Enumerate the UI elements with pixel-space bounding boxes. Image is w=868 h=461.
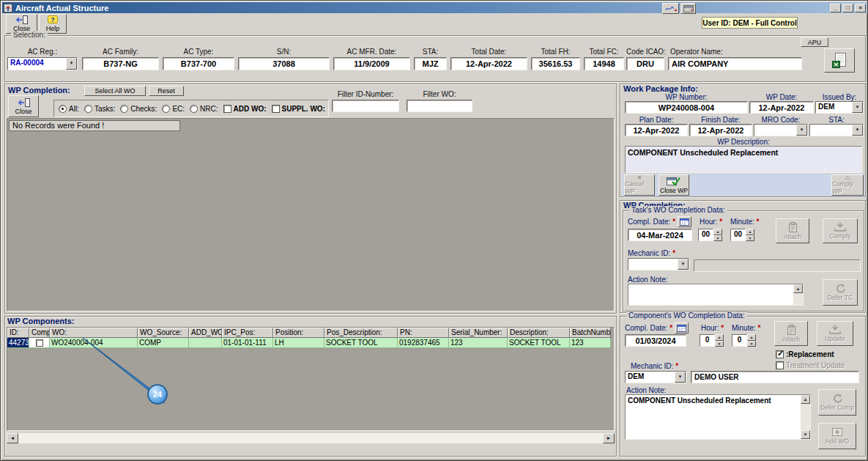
cancel-wp-button[interactable]: Cancel WP	[624, 174, 655, 196]
comp-hour-down-icon[interactable]	[715, 341, 724, 347]
comp-action-note-input[interactable]: COMPONENT Unscheduled Replacement	[626, 395, 801, 439]
cell-id[interactable]: 44273	[7, 338, 29, 348]
task-attach-button[interactable]: Attach	[776, 218, 809, 243]
task-calendar-button[interactable]	[678, 216, 691, 227]
chevron-down-icon[interactable]	[66, 58, 77, 70]
select-all-wo-button[interactable]: Select All WO	[84, 86, 146, 96]
cell-wo[interactable]: WO240004-004	[50, 338, 138, 348]
radio-all[interactable]: All:	[59, 105, 79, 113]
defer-tc-button[interactable]: Defer TC	[823, 279, 858, 306]
task-hour-down-icon[interactable]	[713, 235, 722, 242]
radio-checks[interactable]: Checks:	[120, 105, 157, 113]
issued-by-combo[interactable]: DEM	[815, 101, 864, 114]
col-pn[interactable]: PN:	[398, 328, 449, 338]
col-description[interactable]: Description:	[508, 328, 570, 338]
col-batch-number[interactable]: BatchNumber	[570, 328, 611, 338]
cell-position[interactable]: LH	[273, 338, 324, 348]
task-compl-date-value[interactable]: 04-Mar-2024	[628, 229, 692, 241]
plan-date-value[interactable]: 12-Apr-2022	[625, 124, 688, 136]
window-preview-icon-button[interactable]	[680, 3, 696, 14]
task-comply-button[interactable]: Comply	[823, 218, 858, 243]
cell-pos-description[interactable]: SOCKET TOOL	[324, 338, 398, 348]
col-add-wo[interactable]: ADD_WO:	[189, 328, 222, 338]
scrollbar-track[interactable]	[18, 433, 603, 443]
replacement-checkbox[interactable]: :Replacement	[776, 350, 834, 358]
wp-sta-combo[interactable]	[809, 124, 864, 136]
radio-ec[interactable]: EC:	[162, 105, 185, 113]
comp-hour-value[interactable]: 0	[700, 334, 715, 347]
task-mechanic-combo[interactable]	[628, 258, 689, 270]
col-wo-source[interactable]: WO_Source:	[138, 328, 189, 338]
cell-serial-number[interactable]: 123	[449, 338, 508, 348]
filter-wo-input[interactable]	[407, 100, 472, 112]
close-panel-button[interactable]: Close	[8, 95, 39, 117]
components-horizontal-scrollbar[interactable]	[7, 433, 615, 443]
export-report-button[interactable]	[824, 48, 855, 73]
radio-tasks-label: Tasks:	[94, 105, 115, 113]
col-position[interactable]: Position:	[273, 328, 324, 338]
comp-calendar-button[interactable]	[675, 322, 689, 333]
treatment-update-checkbox[interactable]: Treatment Update	[776, 361, 845, 369]
scroll-left-icon[interactable]	[7, 433, 18, 443]
col-ipc-pos[interactable]: IPC_Pos:	[222, 328, 273, 338]
maximize-button[interactable]: □	[842, 4, 853, 12]
comp-minute-value[interactable]: 0	[732, 334, 747, 347]
chevron-down-icon[interactable]	[852, 125, 863, 136]
reset-button[interactable]: Reset	[149, 86, 184, 96]
task-action-note-input[interactable]	[628, 284, 793, 305]
window-close-button[interactable]: ×	[855, 4, 866, 12]
chevron-down-icon[interactable]	[852, 102, 863, 113]
suppl-wo-checkbox[interactable]: SUPPL. WO:	[272, 105, 325, 113]
col-serial-number[interactable]: Serial_Number:	[449, 328, 508, 338]
radio-nrc[interactable]: NRC:	[190, 105, 218, 113]
cell-ipc-pos[interactable]: 01-01-01-111	[222, 338, 273, 348]
chevron-down-icon[interactable]	[678, 259, 689, 270]
cell-comply[interactable]	[29, 338, 50, 348]
task-minute-up-icon[interactable]	[746, 229, 754, 235]
comp-update-button[interactable]: Update	[817, 321, 853, 346]
scroll-up-icon[interactable]	[793, 284, 803, 293]
add-wo-checkbox[interactable]: ADD WO:	[223, 105, 267, 113]
signature-icon-button[interactable]	[662, 3, 679, 14]
chevron-down-icon[interactable]	[675, 372, 686, 383]
comp-minute-up-icon[interactable]	[747, 334, 756, 341]
col-comply[interactable]: Comply:	[29, 328, 50, 338]
finish-date-value[interactable]: 12-Apr-2022	[689, 124, 752, 136]
comp-minute-down-icon[interactable]	[747, 341, 756, 347]
scroll-right-icon[interactable]	[603, 433, 615, 443]
comp-compl-date-value[interactable]: 01/03/2024	[625, 334, 686, 347]
comply-checkbox-icon[interactable]	[36, 339, 43, 347]
task-hour-value[interactable]: 00	[698, 229, 713, 241]
ac-reg-combo[interactable]: RA-00004	[7, 57, 78, 70]
scroll-down-icon[interactable]	[801, 430, 810, 439]
cell-pn[interactable]: 0192837465	[398, 338, 449, 348]
comply-wp-button[interactable]: Comply WP	[831, 174, 864, 196]
comp-mechanic-combo[interactable]: DEM	[625, 371, 686, 383]
comp-hour-up-icon[interactable]	[715, 334, 724, 341]
cell-description[interactable]: SOCKET TOOL	[508, 338, 570, 348]
col-id[interactable]: ID:	[7, 328, 29, 338]
minimize-button[interactable]: _	[830, 4, 841, 12]
scroll-up-icon[interactable]	[801, 395, 810, 404]
task-minute-value[interactable]: 00	[730, 229, 746, 241]
cell-wo-source[interactable]: COMP	[138, 338, 189, 348]
cell-batch-number[interactable]: 123	[570, 338, 611, 348]
close-wp-button[interactable]: Close WP	[659, 174, 689, 196]
apu-button[interactable]: APU	[801, 37, 828, 47]
task-hour-up-icon[interactable]	[713, 229, 722, 235]
task-minute-down-icon[interactable]	[746, 235, 754, 242]
wp-records-area[interactable]: No Records were Found !	[7, 118, 615, 311]
radio-tasks[interactable]: Tasks:	[84, 105, 115, 113]
filter-id-input[interactable]	[332, 100, 399, 112]
mro-code-combo[interactable]	[754, 124, 808, 136]
defer-comp-button[interactable]: Defer Comp	[818, 389, 856, 416]
chevron-down-icon[interactable]	[796, 125, 807, 136]
add-wo-button[interactable]: Add WO	[818, 423, 856, 449]
wp-description-value[interactable]: COMPONENT Unscheduled Replacement	[625, 146, 862, 173]
filter-id-label: Filter ID-Number:	[332, 90, 399, 98]
cell-add-wo[interactable]	[189, 338, 222, 348]
col-wo[interactable]: WO:	[50, 328, 138, 338]
comp-attach-button[interactable]: Attach	[774, 321, 808, 346]
col-pos-description[interactable]: Pos_Description:	[324, 328, 398, 338]
table-row[interactable]: 44273 WO240004-004 COMP 01-01-01-111 LH …	[7, 338, 614, 348]
